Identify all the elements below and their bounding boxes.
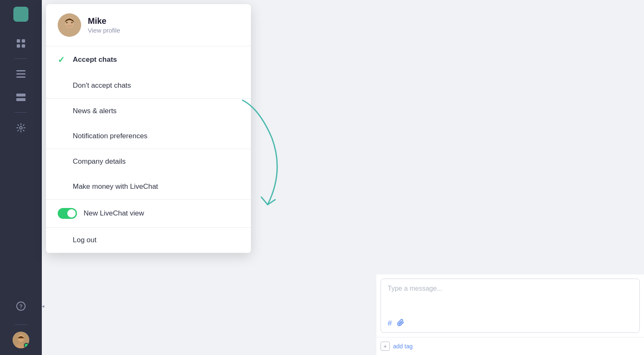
sidebar-divider-3 — [15, 325, 27, 325]
logout-section: Log out — [46, 228, 251, 253]
make-money-item[interactable]: Make money with LiveChat — [46, 174, 251, 199]
dropdown-header: Mike View profile — [46, 4, 251, 46]
svg-point-9 — [20, 127, 22, 129]
sidebar: ? ◂ — [0, 0, 42, 355]
make-money-label: Make money with LiveChat — [73, 183, 239, 191]
user-avatar-dropdown — [58, 13, 81, 37]
svg-rect-4 — [16, 70, 26, 71]
checkmark-icon: ✓ — [58, 55, 66, 65]
news-alerts-item[interactable]: News & alerts — [46, 99, 251, 124]
attachment-icon[interactable] — [397, 319, 404, 328]
svg-point-19 — [72, 22, 73, 23]
svg-rect-7 — [16, 94, 26, 96]
dont-accept-chats-label: Don't accept chats — [73, 81, 239, 90]
logout-item[interactable]: Log out — [46, 228, 251, 253]
sidebar-item-grid[interactable] — [12, 34, 30, 53]
sidebar-collapse-arrow[interactable]: ◂ — [42, 303, 44, 309]
sidebar-bottom: ? ◂ — [12, 294, 30, 348]
news-section: News & alerts Notification preferences — [46, 99, 251, 149]
chat-status-section: ✓ Accept chats Don't accept chats — [46, 46, 251, 99]
sidebar-item-settings[interactable] — [12, 119, 30, 137]
notification-preferences-label: Notification preferences — [73, 132, 239, 140]
sidebar-logo — [13, 7, 28, 22]
news-alerts-label: News & alerts — [73, 107, 239, 115]
sidebar-item-card[interactable] — [12, 88, 30, 106]
user-info: Mike View profile — [88, 16, 120, 34]
chat-toolbar: # — [388, 315, 633, 328]
chat-messages-area — [376, 0, 644, 274]
svg-rect-3 — [22, 44, 25, 48]
svg-rect-1 — [22, 39, 25, 43]
user-name: Mike — [88, 16, 120, 26]
svg-rect-6 — [16, 76, 26, 78]
svg-rect-5 — [16, 74, 26, 75]
accept-chats-item[interactable]: ✓ Accept chats — [46, 46, 251, 73]
user-dropdown-menu: Mike View profile ✓ Accept chats Don't a… — [46, 4, 251, 253]
sidebar-item-help[interactable]: ? — [12, 297, 30, 315]
chat-input-container: Type a message... # + add tag — [376, 274, 644, 355]
company-section: Company details Make money with LiveChat — [46, 149, 251, 200]
sidebar-item-list[interactable] — [12, 65, 30, 83]
hashtag-icon[interactable]: # — [388, 319, 392, 328]
company-details-label: Company details — [73, 157, 239, 166]
add-tag-button[interactable]: + — [381, 342, 390, 351]
svg-text:?: ? — [19, 303, 23, 309]
chat-placeholder[interactable]: Type a message... — [388, 285, 633, 292]
chat-input-box: Type a message... # — [381, 279, 640, 333]
main-content: Mike View profile ✓ Accept chats Don't a… — [42, 0, 644, 355]
chat-area: Type a message... # + add tag — [376, 0, 644, 355]
view-profile-link[interactable]: View profile — [88, 27, 120, 34]
new-view-label: New LiveChat view — [84, 209, 239, 218]
svg-point-18 — [66, 22, 68, 23]
new-view-item[interactable]: New LiveChat view — [46, 200, 251, 227]
sidebar-divider-2 — [15, 112, 27, 113]
svg-rect-0 — [17, 39, 20, 43]
svg-rect-2 — [17, 44, 20, 48]
online-indicator — [24, 343, 29, 348]
svg-rect-8 — [16, 98, 26, 101]
logout-label: Log out — [73, 236, 239, 244]
new-view-toggle[interactable] — [58, 208, 77, 219]
sidebar-divider-1 — [15, 58, 27, 59]
notification-preferences-item[interactable]: Notification preferences — [46, 124, 251, 149]
company-details-item[interactable]: Company details — [46, 149, 251, 174]
accept-chats-label: Accept chats — [73, 56, 239, 64]
user-avatar-sidebar[interactable] — [13, 332, 29, 348]
add-tag-label[interactable]: add tag — [393, 343, 413, 350]
dont-accept-chats-item[interactable]: Don't accept chats — [46, 73, 251, 98]
add-tag-area: + add tag — [376, 337, 644, 355]
new-view-section: New LiveChat view — [46, 200, 251, 228]
